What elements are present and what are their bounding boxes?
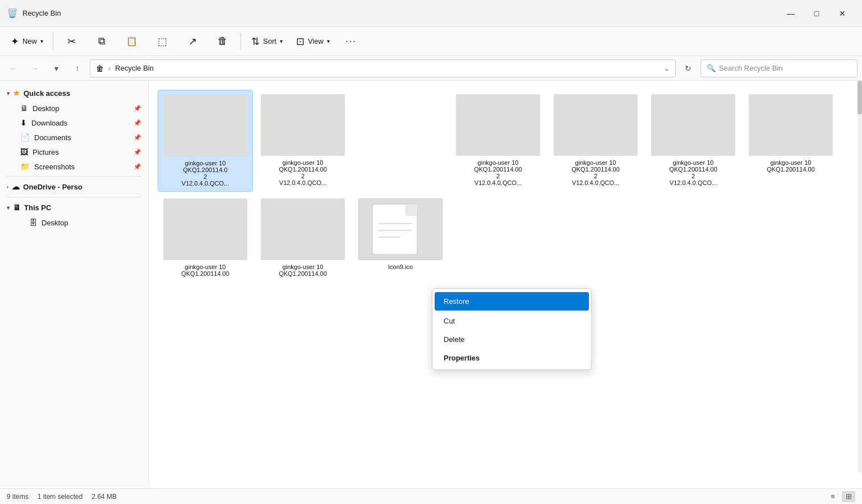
move-icon: ⬚: [158, 35, 167, 48]
content-scrollbar-thumb: [858, 81, 862, 114]
desktop-icon: 🖥: [20, 104, 28, 113]
onedrive-header[interactable]: › ☁ OneDrive - Perso: [0, 179, 148, 195]
copy-icon: ⧉: [98, 35, 105, 47]
file-item-8[interactable]: ginkgo-user 10QKQ1.200114.00: [255, 194, 351, 281]
context-cut[interactable]: Cut: [432, 312, 591, 330]
quick-access-label: Quick access: [24, 89, 70, 98]
documents-pin-icon: 📌: [133, 134, 141, 141]
file-name-1: ginkgo-user 10QKQ1.200114.02V12.0.4.0.QC…: [182, 160, 229, 187]
list-view-button[interactable]: ≡: [826, 491, 840, 502]
downloads-icon: ⬇: [20, 118, 27, 127]
view-button[interactable]: ⊡ View ▾: [291, 29, 335, 54]
paste-button[interactable]: 📋: [117, 29, 146, 54]
sidebar-item-desktop-label: Desktop: [33, 104, 59, 113]
toolbar-separator-1: [53, 33, 53, 50]
main-area: ▾ ★ Quick access 🖥 Desktop 📌 ⬇ Downloads…: [0, 81, 862, 488]
context-properties[interactable]: Properties: [432, 349, 591, 367]
context-delete[interactable]: Delete: [432, 330, 591, 349]
file-name-5: ginkgo-user 10QKQ1.200114.002V12.0.4.0.Q…: [669, 159, 717, 186]
path-dropdown-icon[interactable]: ⌄: [664, 64, 670, 72]
search-box[interactable]: 🔍 Search Recycle Bin: [700, 59, 858, 77]
grid-view-button[interactable]: ⊞: [842, 491, 855, 502]
close-button[interactable]: ✕: [829, 4, 855, 22]
context-restore[interactable]: Restore: [435, 292, 589, 311]
status-size: 2.64 MB: [91, 493, 117, 501]
sort-label: Sort: [263, 37, 276, 45]
file-item-2[interactable]: ginkgo-user 10QKQ1.200114.002V12.0.4.0.Q…: [255, 90, 351, 192]
quick-access-header[interactable]: ▾ ★ Quick access: [0, 85, 148, 101]
status-bar: 9 items 1 item selected 2.64 MB ≡ ⊞: [0, 488, 862, 504]
this-pc-header[interactable]: ▾ 🖥 This PC: [0, 200, 148, 215]
pc-desktop-icon: 🗄: [29, 218, 37, 227]
documents-icon: 📄: [20, 133, 30, 142]
file-name-6: ginkgo-user 10QKQ1.200114.00: [767, 159, 815, 173]
delete-button[interactable]: 🗑: [208, 29, 237, 54]
refresh-button[interactable]: ↻: [679, 59, 697, 77]
move-button[interactable]: ⬚: [147, 29, 177, 54]
this-pc-icon: 🖥: [13, 203, 21, 212]
title-bar-icon: 🗑️: [7, 8, 18, 19]
up-button[interactable]: ↑: [68, 59, 86, 77]
more-icon: ···: [345, 36, 356, 47]
file-name-8: ginkgo-user 10QKQ1.200114.00: [279, 263, 327, 277]
file-item-3[interactable]: ginkgo-user 10QKQ1.200114.002V12.0.4.0.Q…: [450, 90, 546, 192]
file-item-4[interactable]: ginkgo-user 10QKQ1.200114.002V12.0.4.0.Q…: [548, 90, 643, 192]
sidebar-item-pictures[interactable]: 🖼 Pictures 📌: [0, 145, 148, 159]
pictures-pin-icon: 📌: [133, 149, 141, 156]
this-pc-chevron: ▾: [7, 205, 10, 211]
pictures-icon: 🖼: [20, 147, 28, 156]
copy-button[interactable]: ⧉: [87, 29, 116, 54]
sidebar-item-pc-desktop[interactable]: 🗄 Desktop: [0, 215, 148, 230]
sort-dropdown-icon: ▾: [280, 38, 283, 44]
desktop-pin-icon: 📌: [133, 105, 141, 112]
address-path[interactable]: 🗑 › Recycle Bin ⌄: [90, 59, 676, 77]
search-icon: 🔍: [707, 64, 716, 72]
view-icon: ⊡: [296, 35, 305, 48]
forward-button[interactable]: →: [26, 59, 44, 77]
sidebar-divider-1: [7, 176, 141, 177]
file-thumb-8: [261, 198, 345, 260]
sort-icon: ⇅: [251, 35, 260, 48]
file-item-9[interactable]: Icon9.ico: [353, 194, 448, 281]
file-name-9: Icon9.ico: [388, 263, 413, 270]
cut-button[interactable]: ✂: [57, 29, 86, 54]
spacer: [353, 90, 448, 192]
file-item-5[interactable]: ginkgo-user 10QKQ1.200114.002V12.0.4.0.Q…: [646, 90, 741, 192]
quick-access-chevron: ▾: [7, 90, 10, 96]
history-button[interactable]: ▾: [47, 59, 65, 77]
status-selected: 1 item selected: [38, 493, 83, 501]
new-dropdown-icon: ▾: [40, 38, 43, 44]
new-button[interactable]: ✦ New ▾: [4, 29, 49, 54]
view-dropdown-icon: ▾: [327, 38, 330, 44]
onedrive-icon: ☁: [12, 182, 20, 191]
back-button[interactable]: ←: [4, 59, 22, 77]
onedrive-label: OneDrive - Perso: [23, 183, 82, 191]
new-label: New: [22, 37, 37, 45]
quick-access-star: ★: [13, 89, 20, 98]
minimize-button[interactable]: —: [778, 4, 804, 22]
file-thumb-7: [163, 198, 247, 260]
content-scrollbar[interactable]: [858, 81, 862, 473]
sidebar-item-documents[interactable]: 📄 Documents 📌: [0, 130, 148, 145]
status-view-controls: ≡ ⊞: [826, 491, 855, 502]
search-placeholder: Search Recycle Bin: [719, 64, 782, 72]
file-name-3: ginkgo-user 10QKQ1.200114.002V12.0.4.0.Q…: [474, 159, 522, 186]
maximize-button[interactable]: □: [804, 4, 829, 22]
file-thumb-6: [749, 94, 833, 156]
sort-button[interactable]: ⇅ Sort ▾: [245, 29, 289, 54]
file-thumb-2: [261, 94, 345, 156]
file-item-6[interactable]: ginkgo-user 10QKQ1.200114.00: [743, 90, 838, 192]
sidebar-item-downloads-label: Downloads: [31, 119, 67, 127]
file-name-7: ginkgo-user 10QKQ1.200114.00: [181, 263, 229, 277]
sidebar-item-downloads[interactable]: ⬇ Downloads 📌: [0, 115, 148, 130]
file-doc-svg: [367, 201, 440, 255]
sidebar-item-screenshots[interactable]: 📁 Screenshots 📌: [0, 159, 148, 174]
address-bar: ← → ▾ ↑ 🗑 › Recycle Bin ⌄ ↻ 🔍 Search Rec…: [0, 56, 862, 81]
file-item-7[interactable]: ginkgo-user 10QKQ1.200114.00: [158, 194, 253, 281]
file-item-1[interactable]: ginkgo-user 10QKQ1.200114.02V12.0.4.0.QC…: [158, 90, 253, 192]
file-thumb-5: [651, 94, 735, 156]
more-button[interactable]: ···: [336, 29, 366, 54]
sidebar-item-desktop[interactable]: 🖥 Desktop 📌: [0, 101, 148, 115]
content-area: ginkgo-user 10QKQ1.200114.02V12.0.4.0.QC…: [149, 81, 862, 488]
share-button[interactable]: ↗: [178, 29, 207, 54]
